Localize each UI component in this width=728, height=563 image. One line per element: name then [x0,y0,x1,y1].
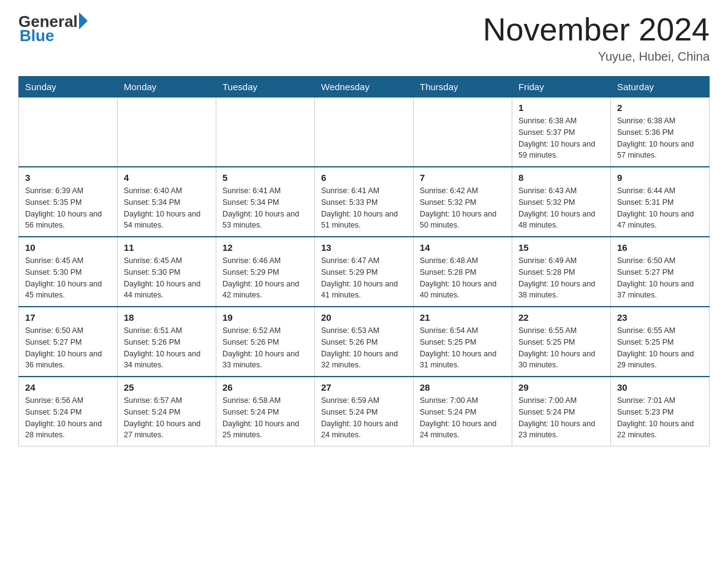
day-info: Sunrise: 7:00 AM Sunset: 5:24 PM Dayligh… [518,395,604,441]
day-number: 18 [124,312,210,323]
calendar-week-4: 17Sunrise: 6:50 AM Sunset: 5:27 PM Dayli… [19,307,710,377]
calendar-cell: 9Sunrise: 6:44 AM Sunset: 5:31 PM Daylig… [611,167,710,237]
day-number: 12 [222,242,308,253]
calendar-cell: 5Sunrise: 6:41 AM Sunset: 5:34 PM Daylig… [216,167,315,237]
calendar-cell: 7Sunrise: 6:42 AM Sunset: 5:32 PM Daylig… [414,167,512,237]
day-number: 24 [25,382,111,393]
day-info: Sunrise: 6:46 AM Sunset: 5:29 PM Dayligh… [222,255,308,301]
day-number: 26 [222,382,308,393]
day-number: 16 [617,242,703,253]
calendar-cell [118,98,216,167]
calendar-cell: 24Sunrise: 6:56 AM Sunset: 5:24 PM Dayli… [19,377,118,446]
day-number: 15 [518,242,604,253]
title-area: November 2024 Yuyue, Hubei, China [483,12,710,64]
calendar-cell: 21Sunrise: 6:54 AM Sunset: 5:25 PM Dayli… [414,307,512,377]
day-info: Sunrise: 7:01 AM Sunset: 5:23 PM Dayligh… [617,395,703,441]
month-year-title: November 2024 [483,12,710,47]
day-info: Sunrise: 6:57 AM Sunset: 5:24 PM Dayligh… [124,395,210,441]
weekday-header-row: SundayMondayTuesdayWednesdayThursdayFrid… [19,77,710,98]
day-number: 7 [420,172,506,183]
calendar-cell: 11Sunrise: 6:45 AM Sunset: 5:30 PM Dayli… [118,237,216,307]
day-number: 6 [321,172,407,183]
day-number: 20 [321,312,407,323]
calendar-week-1: 1Sunrise: 6:38 AM Sunset: 5:37 PM Daylig… [19,98,710,167]
calendar-cell: 18Sunrise: 6:51 AM Sunset: 5:26 PM Dayli… [118,307,216,377]
day-number: 8 [518,172,604,183]
weekday-header-thursday: Thursday [414,77,512,98]
page-header: General Blue November 2024 Yuyue, Hubei,… [18,12,710,64]
logo: General Blue [18,12,88,45]
day-number: 25 [124,382,210,393]
calendar-cell [216,98,315,167]
day-number: 29 [518,382,604,393]
day-number: 28 [420,382,506,393]
calendar-cell [315,98,414,167]
day-info: Sunrise: 6:50 AM Sunset: 5:27 PM Dayligh… [617,255,703,301]
calendar-cell: 20Sunrise: 6:53 AM Sunset: 5:26 PM Dayli… [315,307,414,377]
day-number: 30 [617,382,703,393]
day-number: 22 [518,312,604,323]
day-number: 4 [124,172,210,183]
day-info: Sunrise: 6:45 AM Sunset: 5:30 PM Dayligh… [124,255,210,301]
day-info: Sunrise: 6:42 AM Sunset: 5:32 PM Dayligh… [420,185,506,231]
day-info: Sunrise: 6:53 AM Sunset: 5:26 PM Dayligh… [321,325,407,371]
calendar-cell: 6Sunrise: 6:41 AM Sunset: 5:33 PM Daylig… [315,167,414,237]
weekday-header-sunday: Sunday [19,77,118,98]
weekday-header-tuesday: Tuesday [216,77,315,98]
weekday-header-wednesday: Wednesday [315,77,414,98]
day-info: Sunrise: 6:55 AM Sunset: 5:25 PM Dayligh… [617,325,703,371]
calendar-cell: 28Sunrise: 7:00 AM Sunset: 5:24 PM Dayli… [414,377,512,446]
day-number: 11 [124,242,210,253]
calendar-cell: 30Sunrise: 7:01 AM Sunset: 5:23 PM Dayli… [611,377,710,446]
logo-triangle-icon [79,12,88,29]
calendar-table: SundayMondayTuesdayWednesdayThursdayFrid… [18,76,710,446]
calendar-cell: 3Sunrise: 6:39 AM Sunset: 5:35 PM Daylig… [19,167,118,237]
day-info: Sunrise: 6:56 AM Sunset: 5:24 PM Dayligh… [25,395,111,441]
calendar-cell: 23Sunrise: 6:55 AM Sunset: 5:25 PM Dayli… [611,307,710,377]
day-number: 27 [321,382,407,393]
day-number: 17 [25,312,111,323]
calendar-cell: 22Sunrise: 6:55 AM Sunset: 5:25 PM Dayli… [512,307,611,377]
calendar-cell [414,98,512,167]
calendar-cell: 4Sunrise: 6:40 AM Sunset: 5:34 PM Daylig… [118,167,216,237]
day-number: 1 [518,102,604,113]
day-info: Sunrise: 6:44 AM Sunset: 5:31 PM Dayligh… [617,185,703,231]
calendar-cell: 12Sunrise: 6:46 AM Sunset: 5:29 PM Dayli… [216,237,315,307]
calendar-cell: 29Sunrise: 7:00 AM Sunset: 5:24 PM Dayli… [512,377,611,446]
day-info: Sunrise: 6:58 AM Sunset: 5:24 PM Dayligh… [222,395,308,441]
day-number: 23 [617,312,703,323]
calendar-cell: 26Sunrise: 6:58 AM Sunset: 5:24 PM Dayli… [216,377,315,446]
day-info: Sunrise: 6:45 AM Sunset: 5:30 PM Dayligh… [25,255,111,301]
day-info: Sunrise: 6:38 AM Sunset: 5:36 PM Dayligh… [617,115,703,161]
day-number: 13 [321,242,407,253]
calendar-cell: 8Sunrise: 6:43 AM Sunset: 5:32 PM Daylig… [512,167,611,237]
location-subtitle: Yuyue, Hubei, China [483,50,710,64]
day-info: Sunrise: 6:47 AM Sunset: 5:29 PM Dayligh… [321,255,407,301]
calendar-cell: 13Sunrise: 6:47 AM Sunset: 5:29 PM Dayli… [315,237,414,307]
calendar-cell: 10Sunrise: 6:45 AM Sunset: 5:30 PM Dayli… [19,237,118,307]
day-info: Sunrise: 6:54 AM Sunset: 5:25 PM Dayligh… [420,325,506,371]
calendar-cell: 16Sunrise: 6:50 AM Sunset: 5:27 PM Dayli… [611,237,710,307]
calendar-cell: 25Sunrise: 6:57 AM Sunset: 5:24 PM Dayli… [118,377,216,446]
calendar-cell: 19Sunrise: 6:52 AM Sunset: 5:26 PM Dayli… [216,307,315,377]
weekday-header-friday: Friday [512,77,611,98]
weekday-header-saturday: Saturday [611,77,710,98]
day-info: Sunrise: 7:00 AM Sunset: 5:24 PM Dayligh… [420,395,506,441]
calendar-week-5: 24Sunrise: 6:56 AM Sunset: 5:24 PM Dayli… [19,377,710,446]
calendar-cell [19,98,118,167]
calendar-cell: 17Sunrise: 6:50 AM Sunset: 5:27 PM Dayli… [19,307,118,377]
calendar-cell: 2Sunrise: 6:38 AM Sunset: 5:36 PM Daylig… [611,98,710,167]
day-info: Sunrise: 6:55 AM Sunset: 5:25 PM Dayligh… [518,325,604,371]
logo-blue-text: Blue [20,26,54,45]
calendar-cell: 15Sunrise: 6:49 AM Sunset: 5:28 PM Dayli… [512,237,611,307]
day-info: Sunrise: 6:41 AM Sunset: 5:33 PM Dayligh… [321,185,407,231]
day-info: Sunrise: 6:50 AM Sunset: 5:27 PM Dayligh… [25,325,111,371]
calendar-cell: 27Sunrise: 6:59 AM Sunset: 5:24 PM Dayli… [315,377,414,446]
day-number: 14 [420,242,506,253]
day-info: Sunrise: 6:52 AM Sunset: 5:26 PM Dayligh… [222,325,308,371]
day-number: 5 [222,172,308,183]
calendar-cell: 14Sunrise: 6:48 AM Sunset: 5:28 PM Dayli… [414,237,512,307]
day-number: 2 [617,102,703,113]
day-number: 21 [420,312,506,323]
day-number: 10 [25,242,111,253]
